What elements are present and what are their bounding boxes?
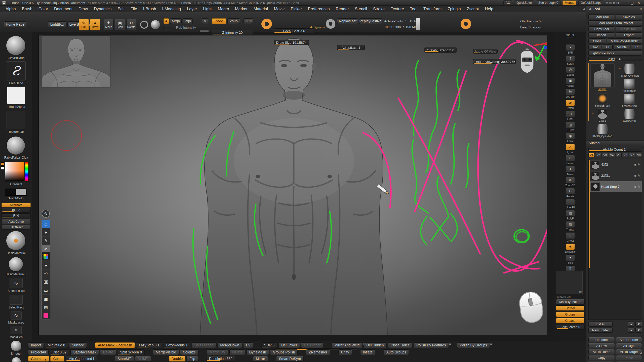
tool-name-field[interactable]: 23캡1. 48 xyxy=(588,57,642,61)
spix-slider[interactable]: SPix 3 xyxy=(565,34,576,38)
texture-thumbnail[interactable] xyxy=(7,111,25,129)
subtool-view-tab[interactable]: V3 xyxy=(602,153,608,157)
right-shelf-button[interactable]: ▣ Actual xyxy=(565,77,576,87)
right-shelf-button[interactable]: □ Frame xyxy=(565,155,576,165)
bottom-button[interactable]: MergeVisible xyxy=(153,349,179,355)
load-tools-from-project-button[interactable]: Load Tools From Project xyxy=(588,20,642,25)
bottom-button[interactable]: Flip xyxy=(187,356,198,361)
replay-icon[interactable] xyxy=(326,19,336,29)
subtool-view-tab[interactable]: V2 xyxy=(595,153,601,157)
bottom-button[interactable]: StoreMT xyxy=(115,356,134,361)
menu-item[interactable]: Macro xyxy=(215,7,232,11)
alternate-button[interactable]: Alternate xyxy=(2,203,31,207)
active-color-swatch[interactable] xyxy=(42,311,50,320)
menu-item[interactable]: Zscript xyxy=(464,7,482,11)
smooth-brush-thumbnail[interactable] xyxy=(11,340,22,351)
bottom-button[interactable]: Close Holes xyxy=(388,342,412,348)
replay-last-button[interactable]: ReplayLast xyxy=(337,18,358,24)
visible-count-slider[interactable]: Visible Count 14 xyxy=(588,147,642,152)
bottom-button[interactable]: Morph UV xyxy=(207,349,228,355)
recent-color-swatch[interactable] xyxy=(1,166,4,170)
bottom-button[interactable]: Unify xyxy=(338,349,352,355)
menu-item[interactable]: Zplugin xyxy=(445,7,464,11)
bottom-button[interactable]: DynaMesh xyxy=(247,349,269,355)
eye-icon[interactable]: ◉ xyxy=(634,185,636,189)
rotate-button[interactable]: ↻Rotate xyxy=(126,19,136,30)
subtool-item[interactable]: Head Step-7 ◉ ✎ xyxy=(589,181,642,192)
cursor-icon[interactable]: ➤ xyxy=(42,228,50,237)
all-to-home-button[interactable]: All To Home xyxy=(588,349,615,354)
right-shelf-button[interactable]: ▱ Persp xyxy=(565,100,576,109)
collapse-icon[interactable]: ◀ xyxy=(588,7,591,11)
subtool-view-tab[interactable]: V1 xyxy=(588,153,595,157)
paste-tool-button[interactable]: Paste Tool xyxy=(616,26,642,31)
menu-item[interactable]: I-Modeling xyxy=(159,7,184,11)
angle-of-view-icon[interactable] xyxy=(460,18,471,29)
accucurve-button[interactable]: AccuCurve xyxy=(2,219,31,224)
obj-shadow-slider[interactable]: ObjShadow 0.3 xyxy=(520,19,543,23)
tool-panel-header[interactable]: ◀ Tool ↻ xyxy=(586,6,644,12)
bottom-button[interactable]: ProjectAll xyxy=(28,349,49,355)
bottom-button[interactable]: Inflate xyxy=(360,349,375,355)
material-preview-icon[interactable] xyxy=(151,20,160,29)
right-shelf-button[interactable]: ▤ Floor xyxy=(565,111,576,120)
brush-preview-icon[interactable] xyxy=(140,21,148,29)
move-up-button[interactable]: ▲ xyxy=(628,322,634,327)
bottom-button[interactable]: LazyStep 0.1 xyxy=(136,342,162,348)
layout-preset-icon[interactable]: ◨ xyxy=(616,1,620,5)
make-polymesh3d-button[interactable]: Make PolyMesh3D xyxy=(607,38,642,43)
layout-preset-icon[interactable]: ▦ xyxy=(613,1,616,5)
panel-collapse-arrow[interactable]: ◀ xyxy=(639,351,641,355)
bottom-button[interactable]: Import xyxy=(28,342,44,348)
lightbox-button[interactable]: LightBox xyxy=(48,21,66,27)
rename-button[interactable]: Rename xyxy=(588,337,615,342)
smooth-valleys-thumbnail[interactable] xyxy=(12,357,21,362)
bottom-button[interactable]: Double xyxy=(169,356,185,361)
right-shelf-button[interactable]: Δ Qxyz xyxy=(565,144,576,154)
folder-down-button[interactable]: ▼ xyxy=(635,328,642,333)
main-color-swatch[interactable] xyxy=(5,189,16,196)
right-shelf-button[interactable]: ◌ Ghost xyxy=(565,232,576,242)
auto-reorder-button[interactable]: AutoReorder xyxy=(616,337,642,342)
subtool-section-header[interactable]: Subtool xyxy=(586,140,644,145)
material-thumbnail[interactable] xyxy=(7,136,25,155)
eye-icon[interactable]: ◉ xyxy=(634,163,636,166)
menu-item[interactable]: Movie xyxy=(271,7,288,11)
menu-item[interactable]: Layer xyxy=(184,7,200,11)
subtool-view-tab[interactable]: V7 xyxy=(629,153,635,157)
eye-icon[interactable]: ⊙ xyxy=(42,220,50,228)
field-of-view-slider[interactable]: Field of view(deg) 39.59775 xyxy=(473,59,516,64)
menu-item[interactable]: Marker xyxy=(232,7,251,11)
menu-item[interactable]: Stroke xyxy=(370,7,388,11)
active-tool-thumbnail[interactable]: 23캡1 xyxy=(590,63,615,92)
titlebar-button[interactable]: See-through 0 xyxy=(536,1,560,5)
menu-item[interactable]: Dynamics xyxy=(91,7,114,11)
titlebar-button[interactable]: AC xyxy=(503,1,512,5)
right-shelf-button[interactable]: ✚ Move xyxy=(565,166,576,176)
bottom-button[interactable]: Del Lower xyxy=(278,342,300,348)
bottom-button[interactable]: Color xyxy=(50,356,64,361)
bottom-button[interactable]: MergeDown xyxy=(217,342,242,348)
bottom-button[interactable]: Surface xyxy=(69,342,87,348)
bottom-button[interactable]: Polish By Groups xyxy=(457,342,490,348)
brush-size-dot-icon[interactable]: ● xyxy=(42,261,50,270)
bottom-button[interactable]: DelMT xyxy=(135,356,151,361)
secondary-color-swatch[interactable] xyxy=(16,189,27,196)
bottom-button[interactable]: Min Connected f xyxy=(66,356,97,361)
bottom-button[interactable]: Del Hidden xyxy=(364,342,386,348)
bottom-button[interactable]: Mirror xyxy=(253,356,268,361)
subtool-view-tab[interactable]: V5 xyxy=(616,153,622,157)
m-button[interactable]: M xyxy=(202,18,208,24)
goz-visible-button[interactable]: Visible xyxy=(614,44,630,50)
texture-preview[interactable]: Te xyxy=(556,271,583,294)
menu-item[interactable]: Material xyxy=(251,7,271,11)
lightbox-tools-button[interactable]: Lightbox►Tools xyxy=(588,51,642,56)
draw-button[interactable]: ●Draw xyxy=(90,19,100,30)
bottom-button[interactable]: SDiv 5 xyxy=(261,342,277,348)
menu-item[interactable]: Edit xyxy=(114,7,128,11)
bottom-button[interactable]: Split Screen 0 xyxy=(117,349,145,355)
bottom-button[interactable]: Polish By Features xyxy=(414,342,449,348)
subtool-view-tab[interactable]: V8 xyxy=(636,153,642,157)
bottom-button[interactable]: Auto Groups xyxy=(384,349,409,355)
points-zoom-slider[interactable] xyxy=(416,18,420,30)
